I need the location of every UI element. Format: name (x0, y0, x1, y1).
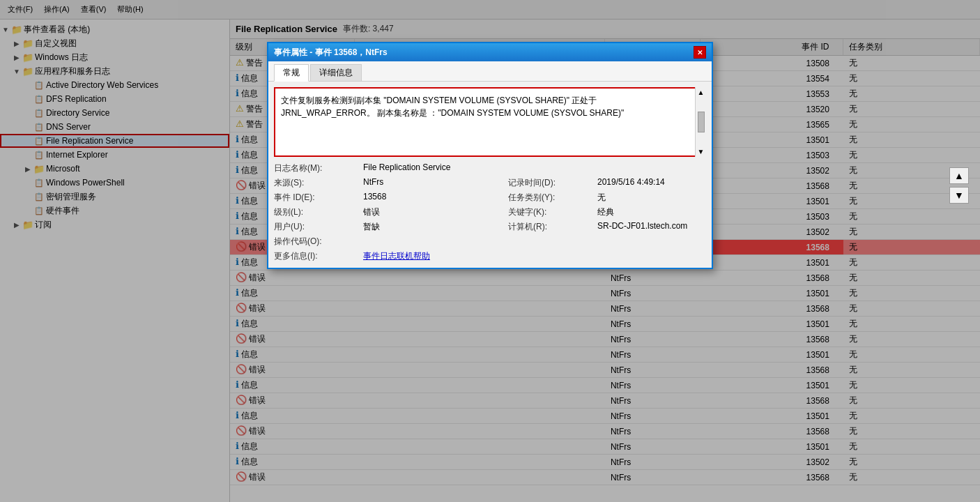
detail-label: 日志名称(M): (274, 162, 358, 174)
detail-label: 来源(S): (274, 177, 358, 189)
modal-tabs: 常规 详细信息 (268, 61, 712, 82)
detail-label: 任务类别(Y): (508, 192, 592, 204)
scrollbar-down[interactable]: ▼ (698, 148, 705, 155)
detail-value: NtFrs (363, 177, 503, 189)
detail-value: SR-DC-JF01.lstech.com (597, 221, 706, 233)
detail-value: 2019/5/16 4:49:14 (597, 177, 706, 189)
detail-value: 13568 (363, 192, 503, 204)
modal-close-button[interactable]: ✕ (694, 46, 706, 59)
empty-cell (508, 162, 592, 174)
detail-label: 记录时间(D): (508, 177, 592, 189)
empty-cell (597, 236, 706, 248)
scrollbar-thumb[interactable] (698, 112, 705, 132)
detail-value[interactable]: 事件日志联机帮助 (363, 250, 503, 262)
detail-value: 无 (597, 192, 706, 204)
modal-title: 事件属性 - 事件 13568，NtFrs (274, 47, 388, 59)
tab-general[interactable]: 常规 (274, 64, 309, 82)
empty-cell (508, 250, 592, 262)
modal-content: 文件复制服务检测到副本集 "DOMAIN SYSTEM VOLUME (SYSV… (268, 82, 712, 268)
empty-cell (597, 162, 706, 174)
detail-label: 用户(U): (274, 221, 358, 233)
nav-up-button[interactable]: ▲ (949, 167, 969, 184)
detail-label: 事件 ID(E): (274, 192, 358, 204)
modal-titlebar: 事件属性 - 事件 13568，NtFrs ✕ (268, 43, 712, 61)
detail-value: 错误 (363, 206, 503, 218)
detail-label: 更多信息(I): (274, 250, 358, 262)
event-properties-dialog: 事件属性 - 事件 13568，NtFrs ✕ 常规 详细信息 文件复制服务检测… (267, 42, 713, 269)
empty-cell (508, 236, 592, 248)
detail-value: File Replication Service (363, 162, 503, 174)
detail-label: 计算机(R): (508, 221, 592, 233)
detail-value (363, 236, 503, 248)
detail-label: 级别(L): (274, 206, 358, 218)
scrollbar-up[interactable]: ▲ (698, 89, 705, 96)
event-details-grid: 日志名称(M):File Replication Service来源(S):Nt… (274, 162, 706, 262)
event-message-box[interactable]: 文件复制服务检测到副本集 "DOMAIN SYSTEM VOLUME (SYSV… (274, 87, 706, 157)
tab-details[interactable]: 详细信息 (310, 64, 362, 81)
nav-down-button[interactable]: ▼ (949, 187, 969, 204)
detail-value: 经典 (597, 206, 706, 218)
detail-label: 操作代码(O): (274, 236, 358, 248)
detail-value: 暂缺 (363, 221, 503, 233)
empty-cell (597, 250, 706, 262)
modal-overlay: 事件属性 - 事件 13568，NtFrs ✕ 常规 详细信息 文件复制服务检测… (0, 0, 980, 502)
detail-label: 关键字(K): (508, 206, 592, 218)
